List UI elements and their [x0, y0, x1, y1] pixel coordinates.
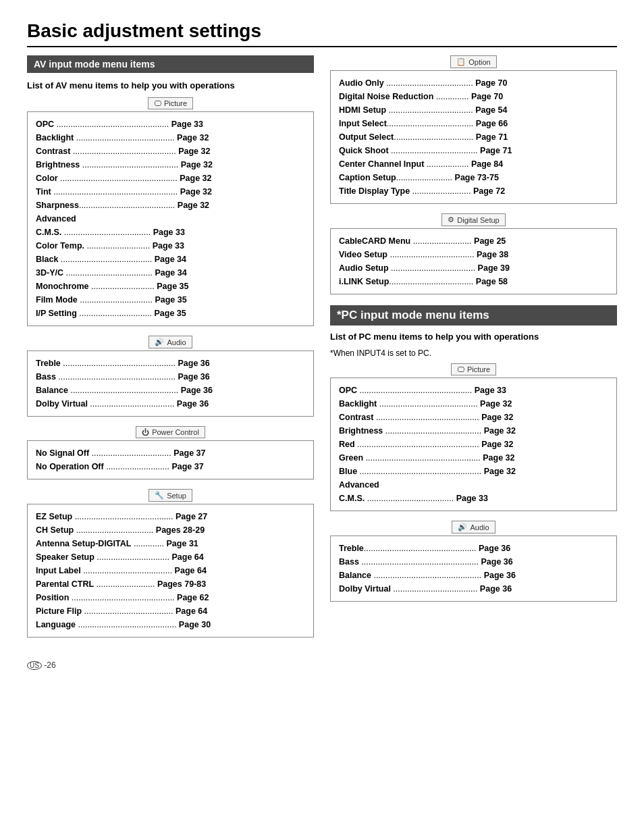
- audio-icon: 🔊 Audio: [149, 336, 192, 348]
- digital-icon: ⚙ Digital Setup: [441, 213, 505, 226]
- menu-item: I/P Setting ............................…: [36, 307, 305, 320]
- menu-item: Treble .................................…: [36, 357, 305, 370]
- option-menu-box: Audio Only .............................…: [330, 70, 617, 204]
- option-icon: 📋 Option: [450, 55, 496, 68]
- menu-item: Advanced: [36, 212, 305, 226]
- pc-picture-menu-box: OPC ....................................…: [330, 377, 617, 511]
- menu-item: Language ...............................…: [36, 618, 305, 631]
- pc-section-title: *PC input mode menu items: [330, 305, 617, 325]
- menu-item: Parental CTRL ......................... …: [36, 577, 305, 591]
- menu-item: Caption Setup........................ Pa…: [339, 171, 608, 184]
- option-icon-label: 📋 Option: [330, 55, 617, 68]
- menu-item: Position ...............................…: [36, 591, 305, 604]
- menu-item: Dolby Virtual ..........................…: [36, 397, 305, 411]
- digital-icon-sym: ⚙: [448, 215, 454, 224]
- menu-item: Title Display Type .....................…: [339, 184, 608, 198]
- setup-icon: 🔧 Setup: [149, 489, 192, 502]
- pc-intro-text: List of PC menu items to help you with o…: [330, 331, 617, 343]
- menu-item: i.LINK Setup............................…: [339, 275, 608, 288]
- picture-icon: 🖵 Picture: [148, 97, 193, 109]
- menu-item: HDMI Setup .............................…: [339, 103, 608, 117]
- menu-item: Color Temp. ........................... …: [36, 239, 305, 253]
- menu-item: OPC ....................................…: [339, 384, 608, 397]
- menu-item: Monochrome ........................... P…: [36, 280, 305, 293]
- menu-item: Color ..................................…: [36, 172, 305, 185]
- menu-item: Blue ...................................…: [339, 465, 608, 478]
- menu-item: No Signal Off ..........................…: [36, 446, 305, 460]
- power-icon-sym: ⏻: [142, 428, 149, 436]
- menu-item: Balance ................................…: [339, 569, 608, 582]
- power-icon-label: ⏻ Power Control: [27, 426, 314, 438]
- menu-item: Digital Noise Reduction .............. P…: [339, 90, 608, 103]
- menu-item: Input Label ............................…: [36, 564, 305, 577]
- right-column: 📋 Option Audio Only ....................…: [330, 55, 617, 647]
- pc-picture-icon: 🖵 Picture: [451, 363, 496, 375]
- menu-item: EZ Setup ...............................…: [36, 510, 305, 523]
- menu-item: Center Channel Input .................. …: [339, 157, 608, 171]
- audio-icon-label: 🔊 Audio: [27, 336, 314, 348]
- menu-item: Speaker Setup ..........................…: [36, 550, 305, 564]
- pc-picture-icon-sym: 🖵: [457, 365, 464, 373]
- menu-item: Audio Only .............................…: [339, 76, 608, 90]
- pc-audio-icon-label: 🔊 Audio: [330, 521, 617, 533]
- menu-item: Contrast ...............................…: [339, 411, 608, 424]
- picture-icon-sym: 🖵: [154, 99, 161, 107]
- pc-when-note: *When INPUT4 is set to PC.: [330, 348, 617, 358]
- menu-item: Bass ...................................…: [339, 555, 608, 569]
- power-menu-box: No Signal Off ..........................…: [27, 440, 314, 479]
- menu-item: Backlight ..............................…: [339, 397, 608, 411]
- footer: US -26: [27, 660, 617, 670]
- setup-icon-label: 🔧 Setup: [27, 489, 314, 502]
- pc-audio-icon: 🔊 Audio: [452, 521, 495, 533]
- menu-item: Picture Flip ...........................…: [36, 604, 305, 618]
- menu-item: Input Select............................…: [339, 117, 608, 130]
- menu-item: Video Setup ............................…: [339, 248, 608, 261]
- picture-icon-label: 🖵 Picture: [27, 97, 314, 109]
- menu-item: CH Setup ...............................…: [36, 523, 305, 537]
- audio-icon-sym: 🔊: [155, 338, 164, 346]
- menu-item: Antenna Setup-DIGITAL ............. Page…: [36, 537, 305, 550]
- digital-icon-label: ⚙ Digital Setup: [330, 213, 617, 226]
- menu-item: Brightness .............................…: [36, 158, 305, 172]
- menu-item: Tint ...................................…: [36, 185, 305, 199]
- menu-item: Quick Shoot ............................…: [339, 144, 608, 157]
- menu-item: CableCARD Menu .........................…: [339, 234, 608, 248]
- left-column: AV input mode menu items List of AV menu…: [27, 55, 314, 647]
- pc-audio-menu-box: Treble..................................…: [330, 536, 617, 602]
- menu-item: Red ....................................…: [339, 438, 608, 451]
- menu-item: C.M.S. .................................…: [36, 226, 305, 239]
- menu-item: Dolby Virtual ..........................…: [339, 582, 608, 596]
- menu-item: Output Select...........................…: [339, 130, 608, 144]
- menu-item: No Operation Off .......................…: [36, 460, 305, 473]
- av-section-header: AV input mode menu items: [27, 55, 314, 73]
- menu-item: 3D-Y/C .................................…: [36, 266, 305, 280]
- menu-item: Balance ................................…: [36, 384, 305, 397]
- option-icon-sym: 📋: [456, 57, 466, 66]
- menu-item: Green ..................................…: [339, 451, 608, 465]
- menu-item: Audio Setup ............................…: [339, 261, 608, 275]
- footer-circle: US: [27, 661, 42, 670]
- menu-item: Black ..................................…: [36, 253, 305, 266]
- menu-item: Film Mode ..............................…: [36, 293, 305, 307]
- menu-item: Advanced: [339, 478, 608, 492]
- page-title: Basic adjustment settings: [27, 20, 617, 47]
- menu-item: OPC ....................................…: [36, 118, 305, 131]
- digital-menu-box: CableCARD Menu .........................…: [330, 228, 617, 294]
- footer-page: -26: [44, 660, 55, 670]
- menu-item: Brightness .............................…: [339, 424, 608, 438]
- picture-menu-box: OPC ....................................…: [27, 111, 314, 326]
- audio-menu-box: Treble .................................…: [27, 350, 314, 417]
- menu-item: Bass ...................................…: [36, 370, 305, 384]
- menu-item: Treble..................................…: [339, 542, 608, 555]
- av-intro-text: List of AV menu items to help you with o…: [27, 80, 314, 92]
- menu-item: Sharpness...............................…: [36, 199, 305, 212]
- setup-menu-box: EZ Setup ...............................…: [27, 504, 314, 637]
- setup-icon-sym: 🔧: [155, 491, 164, 500]
- menu-item: C.M.S. .................................…: [339, 492, 608, 505]
- menu-item: Backlight ..............................…: [36, 131, 305, 145]
- pc-picture-icon-label: 🖵 Picture: [330, 363, 617, 375]
- pc-audio-icon-sym: 🔊: [458, 523, 467, 531]
- power-icon: ⏻ Power Control: [136, 426, 205, 438]
- menu-item: Contrast ...............................…: [36, 145, 305, 158]
